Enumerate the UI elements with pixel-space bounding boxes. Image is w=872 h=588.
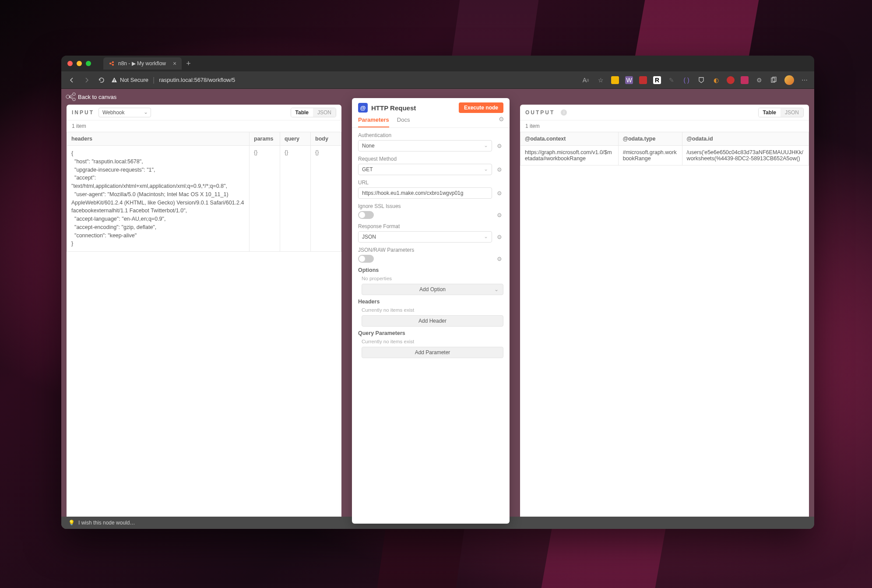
ignore-ssl-options-icon[interactable]: ⚙	[496, 212, 503, 218]
traffic-lights	[67, 61, 91, 66]
node-type-icon: @	[358, 103, 368, 113]
ext-icon-7[interactable]	[697, 76, 706, 85]
add-parameter-button[interactable]: Add Parameter	[362, 347, 503, 358]
close-window-button[interactable]	[67, 61, 73, 66]
new-tab-button[interactable]: +	[186, 59, 191, 68]
feedback-text: I wish this node would…	[78, 520, 135, 526]
ext-icon-9[interactable]	[727, 76, 735, 84]
ext-icon-10[interactable]	[741, 76, 749, 84]
query-params-section-label: Query Parameters	[358, 330, 503, 336]
url-input[interactable]: https://hook.eu1.make.com/cxbro1wgvp01g	[358, 187, 492, 199]
input-col-query: query	[280, 132, 311, 146]
output-view-table-button[interactable]: Table	[759, 108, 781, 117]
output-view-json-button[interactable]: JSON	[781, 108, 803, 117]
json-raw-toggle[interactable]	[358, 255, 374, 263]
input-view-json-button[interactable]: JSON	[313, 108, 336, 117]
tab-favicon	[109, 60, 115, 67]
response-format-options-icon[interactable]: ⚙	[496, 234, 503, 240]
output-table: @odata.context @odata.type @odata.id htt…	[520, 132, 809, 165]
options-section-label: Options	[358, 267, 503, 273]
input-panel-title: INPUT	[72, 109, 94, 116]
execute-node-button[interactable]: Execute node	[459, 102, 503, 113]
output-type-value: #microsoft.graph.workbookRange	[618, 146, 682, 165]
add-header-button[interactable]: Add Header	[362, 315, 503, 327]
tab-title: n8n - ▶ My workflow	[118, 60, 166, 67]
collections-icon[interactable]	[770, 76, 778, 85]
output-panel: OUTPUT i Table JSON 1 item @odata.contex…	[520, 105, 809, 524]
output-info-icon[interactable]: i	[561, 109, 567, 116]
node-title: HTTP Request	[371, 104, 455, 112]
headers-section-label: Headers	[358, 299, 503, 305]
output-col-type: @odata.type	[618, 132, 682, 146]
settings-gear-icon[interactable]: ⚙	[755, 76, 763, 85]
table-row: { "host": "rasputin.local:5678", "upgrad…	[67, 146, 341, 252]
node-panel: @ HTTP Request Execute node Parameters D…	[352, 98, 510, 524]
headers-empty-text: Currently no items exist	[362, 307, 503, 313]
ignore-ssl-label: Ignore SSL Issues	[358, 203, 503, 209]
output-item-count: 1 item	[520, 120, 809, 132]
svg-rect-4	[114, 81, 114, 81]
authentication-select[interactable]: None	[358, 140, 492, 151]
forward-button[interactable]	[81, 75, 92, 85]
n8n-logo-icon	[65, 91, 77, 103]
query-params-empty-text: Currently no items exist	[362, 339, 503, 344]
response-format-select[interactable]: JSON	[358, 231, 492, 243]
browser-tab[interactable]: n8n - ▶ My workflow ×	[103, 57, 182, 70]
browser-window: n8n - ▶ My workflow × + Not Secure | ras…	[61, 56, 814, 529]
node-settings-icon[interactable]: ⚙	[499, 116, 504, 123]
request-method-label: Request Method	[358, 156, 503, 162]
input-col-params: params	[250, 132, 280, 146]
json-raw-label: JSON/RAW Parameters	[358, 247, 503, 253]
output-panel-title: OUTPUT	[525, 109, 555, 116]
authentication-label: Authentication	[358, 132, 503, 138]
input-query-value: {}	[280, 146, 311, 252]
minimize-window-button[interactable]	[77, 61, 82, 66]
svg-point-8	[73, 93, 75, 95]
ignore-ssl-toggle[interactable]	[358, 211, 374, 219]
options-empty-text: No properties	[362, 276, 503, 281]
ext-icon-6[interactable]: ( )	[682, 76, 691, 85]
output-col-context: @odata.context	[520, 132, 619, 146]
tab-parameters[interactable]: Parameters	[358, 116, 389, 127]
table-row: https://graph.microsoft.com/v1.0/$metada…	[520, 146, 809, 165]
back-button[interactable]	[67, 75, 77, 85]
input-panel: INPUT Webhook Table JSON 1 item headers …	[67, 105, 341, 524]
security-indicator[interactable]: Not Secure	[111, 77, 148, 83]
ext-icon-4[interactable]: R	[653, 76, 661, 84]
url-label: URL	[358, 180, 503, 186]
read-aloud-icon[interactable]: A))	[581, 76, 590, 85]
app-area: ← Back to canvas INPUT Webhook Table JSO…	[61, 89, 814, 529]
address-bar: Not Secure | rasputin.local:5678/workflo…	[61, 71, 814, 89]
request-method-options-icon[interactable]: ⚙	[496, 166, 503, 173]
ext-icon-8[interactable]: ◐	[712, 76, 721, 85]
warning-icon	[111, 77, 117, 83]
ext-icon-1[interactable]	[611, 76, 619, 84]
response-format-label: Response Format	[358, 223, 503, 229]
favorite-icon[interactable]: ☆	[596, 76, 605, 85]
request-method-select[interactable]: GET	[358, 164, 492, 175]
ext-icon-5[interactable]: ✎	[667, 76, 676, 85]
ext-icon-3[interactable]	[639, 76, 647, 84]
url-options-icon[interactable]: ⚙	[496, 190, 503, 197]
back-to-canvas-label: Back to canvas	[78, 94, 116, 100]
profile-avatar[interactable]	[784, 75, 794, 85]
more-menu-icon[interactable]: ⋯	[800, 76, 809, 85]
input-params-value: {}	[250, 146, 280, 252]
authentication-options-icon[interactable]: ⚙	[496, 143, 503, 149]
output-col-id: @odata.id	[682, 132, 809, 146]
lightbulb-icon: 💡	[68, 520, 75, 526]
maximize-window-button[interactable]	[86, 61, 91, 66]
input-headers-value: { "host": "rasputin.local:5678", "upgrad…	[71, 149, 245, 248]
input-view-table-button[interactable]: Table	[291, 108, 313, 117]
svg-rect-3	[114, 79, 114, 81]
titlebar: n8n - ▶ My workflow × +	[61, 56, 814, 71]
ext-icon-2[interactable]: W	[625, 76, 633, 84]
reload-button[interactable]	[96, 75, 107, 85]
tab-close-button[interactable]: ×	[173, 60, 176, 67]
input-col-body: body	[311, 132, 341, 146]
input-source-select[interactable]: Webhook	[98, 108, 151, 117]
json-raw-options-icon[interactable]: ⚙	[496, 256, 503, 262]
add-option-button[interactable]: Add Option	[362, 284, 503, 295]
url-text[interactable]: rasputin.local:5678/workflow/5	[159, 77, 235, 83]
tab-docs[interactable]: Docs	[397, 116, 410, 127]
